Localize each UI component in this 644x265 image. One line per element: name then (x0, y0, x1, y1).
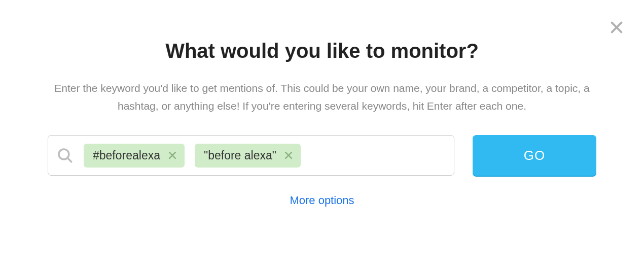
go-button[interactable]: GO (473, 135, 596, 176)
keyword-tag: "before alexa" (195, 144, 301, 168)
remove-tag-button[interactable] (283, 150, 294, 160)
search-row: #beforealexa "before alexa" (0, 135, 644, 176)
tags-container: #beforealexa "before alexa" (84, 144, 446, 168)
keyword-input-container[interactable]: #beforealexa "before alexa" (48, 135, 454, 176)
more-options-link[interactable]: More options (290, 194, 354, 207)
keyword-tag-label: "before alexa" (204, 149, 276, 162)
modal-heading: What would you like to monitor? (165, 40, 479, 62)
keyword-tag-label: #beforealexa (93, 149, 160, 162)
modal-description: Enter the keyword you'd like to get ment… (53, 80, 591, 115)
keyword-tag: #beforealexa (84, 144, 185, 168)
search-icon (56, 147, 74, 164)
svg-line-3 (67, 158, 71, 162)
monitor-modal: What would you like to monitor? Enter th… (0, 0, 644, 207)
remove-tag-button[interactable] (167, 150, 177, 160)
keyword-input[interactable] (311, 149, 446, 162)
close-button[interactable] (609, 19, 625, 36)
